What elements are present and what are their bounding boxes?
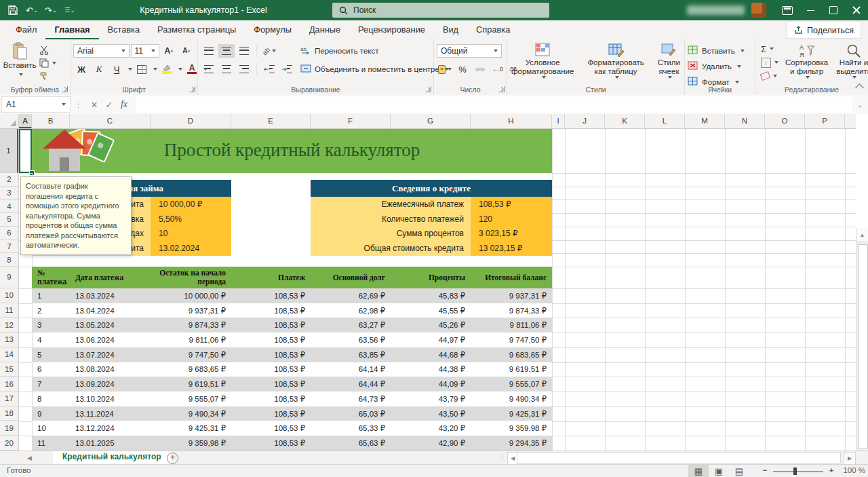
schedule-cell[interactable]: 13.05.2024 xyxy=(70,318,151,332)
scroll-up-icon[interactable]: ▲ xyxy=(856,228,868,242)
schedule-cell[interactable]: 9 811,06 ₽ xyxy=(151,332,231,347)
info-label-cell[interactable]: Ежемесячный платеж xyxy=(311,197,471,212)
active-cell-a1[interactable] xyxy=(19,129,32,173)
tab-Вставка[interactable]: Вставка xyxy=(99,20,149,39)
tab-Справка[interactable]: Справка xyxy=(467,20,519,39)
info-label-cell[interactable]: Общая стоимость кредита xyxy=(311,241,471,256)
schedule-cell[interactable]: 108,53 ₽ xyxy=(231,318,311,332)
copy-button[interactable] xyxy=(38,57,58,69)
format-as-table-button[interactable]: Форматировать как таблицу xyxy=(583,42,648,79)
find-select-button[interactable]: Найти и выделить xyxy=(832,42,868,84)
schedule-header-cell[interactable]: Дата платежа xyxy=(70,267,151,288)
vertical-scrollbar[interactable]: ▲ xyxy=(856,228,868,477)
schedule-cell[interactable]: 5 xyxy=(32,347,70,362)
info-value-cell[interactable]: 10 xyxy=(151,227,231,242)
schedule-cell[interactable]: 65,63 ₽ xyxy=(311,436,391,451)
save-icon[interactable] xyxy=(7,4,19,16)
schedule-cell[interactable]: 13.11.2024 xyxy=(70,406,151,421)
schedule-cell[interactable]: 10 000,00 ₽ xyxy=(151,288,231,303)
column-header-H[interactable]: H xyxy=(471,114,552,128)
row-header-6[interactable]: 6 xyxy=(0,227,18,240)
paste-button[interactable]: Вставить xyxy=(3,42,37,84)
column-header-G[interactable]: G xyxy=(391,114,471,128)
schedule-cell[interactable]: 9 683,65 ₽ xyxy=(471,347,552,362)
schedule-header-cell[interactable]: Платеж xyxy=(231,267,311,288)
row-header-14[interactable]: 14 xyxy=(0,347,18,362)
schedule-cell[interactable]: 9 619,51 ₽ xyxy=(151,377,231,392)
increase-indent-icon[interactable]: ⇥ xyxy=(279,62,295,76)
schedule-cell[interactable]: 9 555,07 ₽ xyxy=(471,377,552,392)
column-header-P[interactable]: P xyxy=(805,114,845,128)
info-value-cell[interactable]: 5,50% xyxy=(151,212,231,227)
row-header-2[interactable]: 2 xyxy=(0,173,18,187)
cut-button[interactable] xyxy=(38,44,58,56)
delete-cells-button[interactable]: Удалить xyxy=(688,59,752,74)
schedule-cell[interactable]: 108,53 ₽ xyxy=(231,347,311,362)
row-header-17[interactable]: 17 xyxy=(0,392,18,406)
banner-cell[interactable]: Простой кредитный калькулятор xyxy=(32,129,552,173)
schedule-cell[interactable]: 45,26 ₽ xyxy=(391,318,471,332)
schedule-cell[interactable]: 63,27 ₽ xyxy=(311,318,391,332)
schedule-cell[interactable]: 7 xyxy=(32,377,70,392)
schedule-cell[interactable]: 9 490,34 ₽ xyxy=(471,392,552,406)
schedule-header-cell[interactable]: № платежа xyxy=(32,267,70,288)
view-page-layout-button[interactable]: ▣ xyxy=(709,465,729,477)
row-header-18[interactable]: 18 xyxy=(0,406,18,421)
fill-color-icon[interactable] xyxy=(159,62,175,76)
close-button[interactable] xyxy=(845,0,868,20)
schedule-cell[interactable]: 64,14 ₽ xyxy=(311,362,391,377)
zoom-in-button[interactable]: + xyxy=(827,466,835,474)
vertical-scroll-thumb[interactable] xyxy=(858,244,868,449)
schedule-cell[interactable]: 45,83 ₽ xyxy=(391,288,471,303)
font-dialog-launcher[interactable] xyxy=(189,86,195,92)
schedule-cell[interactable]: 43,20 ₽ xyxy=(391,421,471,436)
column-header-O[interactable]: O xyxy=(765,114,805,128)
schedule-cell[interactable]: 108,53 ₽ xyxy=(231,392,311,406)
sheet-prev-icon[interactable]: ◀ xyxy=(27,451,32,464)
row-header-9[interactable]: 9 xyxy=(0,267,18,288)
tab-Вид[interactable]: Вид xyxy=(434,20,467,39)
align-center-icon[interactable] xyxy=(218,62,235,76)
schedule-cell[interactable]: 63,85 ₽ xyxy=(311,347,391,362)
row-header-11[interactable]: 11 xyxy=(0,303,18,318)
row-header-13[interactable]: 13 xyxy=(0,332,18,347)
column-header-I[interactable]: I xyxy=(552,114,565,128)
clipboard-dialog-launcher[interactable] xyxy=(62,86,68,92)
select-all-corner[interactable] xyxy=(0,114,19,129)
schedule-cell[interactable]: 9 294,35 ₽ xyxy=(471,436,552,451)
info-value-cell[interactable]: 120 xyxy=(471,212,552,227)
alignment-dialog-launcher[interactable] xyxy=(425,86,431,92)
wrap-text-button[interactable]: ab Переносить текст xyxy=(300,43,449,58)
column-header-A[interactable]: A xyxy=(19,114,32,128)
schedule-cell[interactable]: 63,56 ₽ xyxy=(311,332,391,347)
merge-center-button[interactable]: Объединить и поместить в центре xyxy=(300,62,449,77)
schedule-cell[interactable]: 43,50 ₽ xyxy=(391,406,471,421)
schedule-cell[interactable]: 9 937,31 ₽ xyxy=(151,303,231,318)
column-header-B[interactable]: B xyxy=(32,114,70,128)
namebox-splitter[interactable]: ⋮ xyxy=(71,100,87,109)
align-top-icon[interactable] xyxy=(201,44,217,58)
avatar[interactable] xyxy=(751,3,766,18)
info-value-cell[interactable]: 13 023,15 ₽ xyxy=(471,241,552,256)
increase-font-icon[interactable]: А˄ xyxy=(161,44,177,58)
accounting-icon[interactable]: ¤ xyxy=(437,62,453,76)
row-header-15[interactable]: 15 xyxy=(0,362,18,377)
row-header-8[interactable]: 8 xyxy=(0,253,18,267)
info-value-cell[interactable]: 3 023,15 ₽ xyxy=(471,227,552,242)
zoom-out-button[interactable]: − xyxy=(761,466,769,474)
schedule-cell[interactable]: 62,69 ₽ xyxy=(311,288,391,303)
column-header-F[interactable]: F xyxy=(311,114,391,128)
schedule-cell[interactable]: 9 359,98 ₽ xyxy=(471,421,552,436)
increase-decimal-icon[interactable]: ←.0 xyxy=(490,62,506,76)
schedule-header-cell[interactable]: Остаток на начало периода xyxy=(151,267,231,288)
schedule-cell[interactable]: 65,03 ₽ xyxy=(311,406,391,421)
column-header-C[interactable]: C xyxy=(70,114,151,128)
schedule-cell[interactable]: 108,53 ₽ xyxy=(231,332,311,347)
schedule-cell[interactable]: 108,53 ₽ xyxy=(231,406,311,421)
schedule-cell[interactable]: 108,53 ₽ xyxy=(231,377,311,392)
format-painter-button[interactable] xyxy=(38,70,58,82)
schedule-cell[interactable]: 65,33 ₽ xyxy=(311,421,391,436)
row-header-1[interactable]: 1 xyxy=(0,129,18,173)
schedule-cell[interactable]: 108,53 ₽ xyxy=(231,362,311,377)
horizontal-scroll-thumb[interactable] xyxy=(517,452,841,463)
